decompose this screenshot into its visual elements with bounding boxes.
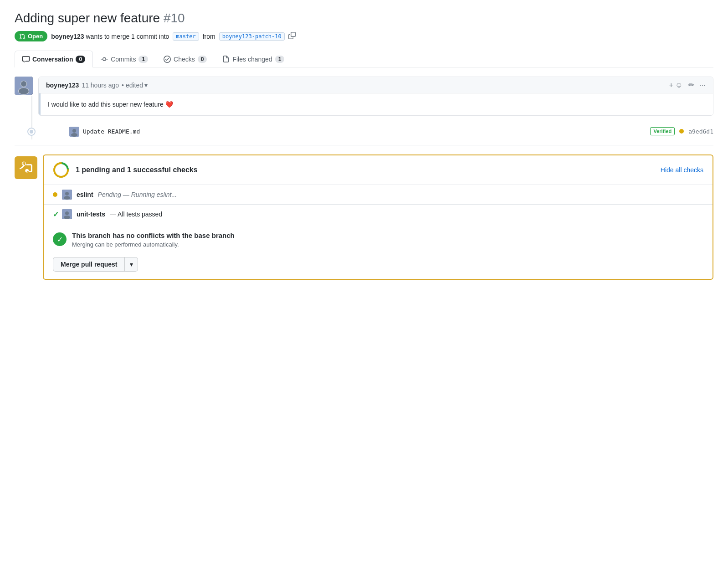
commit-dot	[27, 128, 36, 136]
unit-tests-status-icon: ✓	[53, 210, 57, 219]
no-conflict-area: ✓ This branch has no conflicts with the …	[53, 232, 703, 248]
checks-status-icon	[53, 162, 69, 178]
svg-point-12	[64, 196, 70, 200]
checks-icon	[164, 56, 171, 63]
no-conflict-subtitle: Merging can be performed automatically.	[72, 241, 235, 248]
pr-title-text: Adding super new feature	[15, 11, 160, 25]
commit-author-avatar	[69, 127, 78, 136]
source-branch[interactable]: boyney123-patch-10	[219, 32, 285, 41]
check-item-unit-tests: ✓ unit-tests — All tests passed	[44, 205, 713, 224]
checks-title: 1 pending and 1 successful checks	[76, 166, 198, 174]
tab-checks-count: 0	[198, 56, 207, 63]
tab-conversation-count: 0	[76, 56, 85, 63]
more-options-button[interactable]: ···	[700, 81, 706, 89]
comment-container: boyney123 11 hours ago • edited ▾ + ☺ ✏ …	[15, 77, 713, 116]
checks-sidebar-icon	[15, 156, 37, 179]
pr-status-badge: Open	[15, 31, 47, 41]
no-conflict-icon: ✓	[53, 232, 67, 246]
merge-text: This branch has no conflicts with the ba…	[72, 232, 235, 248]
pr-title: Adding super new feature #10	[15, 11, 713, 26]
svg-point-7	[71, 133, 77, 137]
add-reaction-button[interactable]: + ☺	[669, 81, 683, 89]
eslint-status-dot	[53, 192, 57, 197]
pr-status-label: Open	[28, 33, 43, 40]
pr-author: boyney123 wants to merge 1 commit into	[51, 33, 169, 40]
commit-timeline: Update README.md Verified a9ed6d1	[24, 123, 713, 139]
verified-badge: Verified	[650, 127, 675, 135]
checks-section: 1 pending and 1 successful checks Hide a…	[15, 154, 713, 280]
hide-all-checks-link[interactable]: Hide all checks	[661, 166, 703, 174]
eslint-status: Pending — Running eslint...	[98, 191, 177, 198]
comment-text: I would like to add this super new featu…	[48, 101, 706, 108]
svg-point-15	[64, 216, 70, 219]
from-label: from	[203, 33, 215, 40]
tab-files-changed[interactable]: Files changed 1	[215, 51, 292, 67]
tab-checks[interactable]: Checks 0	[156, 51, 215, 67]
checks-header: 1 pending and 1 successful checks Hide a…	[44, 155, 713, 185]
comment-time: 11 hours ago	[82, 82, 119, 89]
tab-commits-label: Commits	[111, 56, 136, 63]
avatar-image	[15, 77, 33, 95]
commit-status-dot	[679, 129, 684, 134]
commit-message[interactable]: Update README.md	[83, 128, 646, 135]
svg-point-3	[21, 81, 26, 87]
svg-point-11	[65, 192, 69, 196]
tab-commits[interactable]: Commits 1	[93, 51, 156, 67]
svg-point-6	[72, 129, 76, 133]
conversation-icon	[22, 56, 30, 63]
comment-box: boyney123 11 hours ago • edited ▾ + ☺ ✏ …	[38, 77, 713, 116]
commit-meta: Verified a9ed6d1	[650, 127, 713, 135]
check-item-eslint: eslint Pending — Running eslint...	[44, 185, 713, 205]
comment-author[interactable]: boyney123	[46, 82, 79, 89]
tab-files-changed-count: 1	[275, 56, 285, 63]
svg-point-9	[56, 165, 66, 175]
target-branch[interactable]: master	[173, 32, 199, 41]
merge-button-area: Merge pull request ▾	[53, 257, 703, 272]
files-changed-icon	[222, 56, 230, 63]
edit-comment-button[interactable]: ✏	[688, 81, 694, 89]
section-divider	[15, 145, 713, 145]
merge-pull-request-button[interactable]: Merge pull request	[53, 257, 125, 272]
dropdown-arrow-icon: ▾	[130, 261, 133, 268]
comment-header-actions: + ☺ ✏ ···	[669, 81, 706, 89]
chevron-down-icon[interactable]: ▾	[144, 82, 148, 89]
author-avatar	[15, 77, 33, 95]
tab-checks-label: Checks	[174, 56, 195, 63]
copy-branch-icon[interactable]	[288, 32, 296, 41]
tab-bar: Conversation 0 Commits 1 Checks 0 Files …	[15, 51, 713, 67]
tab-conversation[interactable]: Conversation 0	[15, 51, 93, 67]
comment-body: I would like to add this super new featu…	[39, 93, 713, 115]
commit-item: Update README.md Verified a9ed6d1	[69, 123, 713, 139]
eslint-name: eslint	[77, 191, 93, 198]
commits-icon	[101, 56, 108, 63]
pr-number: #10	[164, 11, 185, 25]
tab-conversation-label: Conversation	[32, 56, 73, 63]
unit-tests-name: unit-tests	[77, 211, 105, 218]
merge-icon	[20, 161, 32, 174]
comment-edited: • edited ▾	[122, 82, 148, 89]
commit-sha[interactable]: a9ed6d1	[688, 128, 713, 135]
tab-files-changed-label: Files changed	[232, 56, 272, 63]
checks-box: 1 pending and 1 successful checks Hide a…	[43, 154, 713, 280]
unit-tests-status: — All tests passed	[110, 211, 162, 218]
checks-title-area: 1 pending and 1 successful checks	[53, 162, 198, 178]
svg-point-14	[65, 211, 69, 215]
eslint-avatar	[62, 190, 72, 200]
comment-header-left: boyney123 11 hours ago • edited ▾	[46, 82, 148, 89]
commit-dot-inner	[30, 130, 33, 134]
merge-dropdown-button[interactable]: ▾	[125, 257, 138, 272]
open-icon	[19, 33, 26, 40]
merge-section: ✓ This branch has no conflicts with the …	[44, 224, 713, 279]
svg-point-4	[19, 88, 29, 94]
comment-header: boyney123 11 hours ago • edited ▾ + ☺ ✏ …	[39, 77, 713, 93]
no-conflict-title: This branch has no conflicts with the ba…	[72, 232, 235, 239]
unit-tests-avatar	[62, 209, 72, 219]
tab-commits-count: 1	[138, 56, 148, 63]
pr-meta: Open boyney123 wants to merge 1 commit i…	[15, 31, 713, 41]
